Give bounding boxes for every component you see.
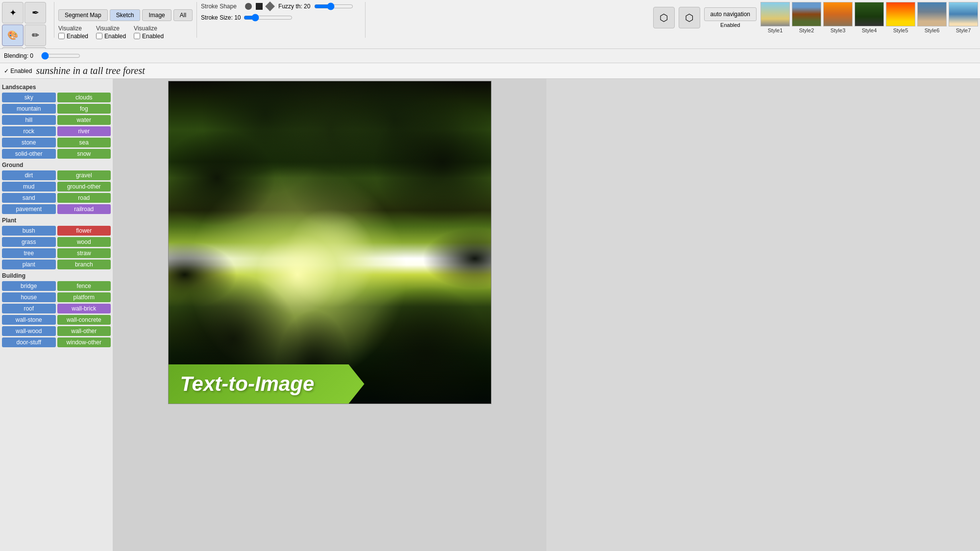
style-item-6[interactable]: Style6: [917, 2, 947, 33]
stroke-controls: Stroke Shape Fuzzy th: 20 Stroke Size: 1…: [201, 2, 353, 47]
label-railroad[interactable]: railroad: [57, 204, 111, 214]
label-plant[interactable]: plant: [2, 260, 56, 269]
label-stone[interactable]: stone: [2, 138, 56, 147]
label-window-other[interactable]: window-other: [57, 337, 111, 347]
nav-cube-2[interactable]: ⬡: [679, 7, 700, 28]
tool-btn-1[interactable]: ✦: [2, 2, 24, 24]
visualize-row: Visualize Enabled Visualize Enabled Visu…: [58, 25, 193, 40]
label-fence[interactable]: fence: [57, 281, 111, 291]
label-ground-other[interactable]: ground-other: [57, 182, 111, 192]
fuzzy-slider[interactable]: [314, 2, 353, 10]
tree-overlay: [169, 81, 491, 404]
enabled-label-1: Enabled: [67, 33, 88, 40]
label-pavement[interactable]: pavement: [2, 204, 56, 214]
enabled-label-2: Enabled: [104, 33, 126, 40]
label-straw[interactable]: straw: [57, 248, 111, 258]
tool-btn-3[interactable]: 🎨: [2, 24, 24, 46]
stroke-size-slider[interactable]: [244, 14, 293, 22]
label-flower[interactable]: flower: [57, 226, 111, 236]
right-panel: [546, 79, 980, 551]
tab-all[interactable]: All: [173, 9, 193, 21]
auto-nav-button[interactable]: auto navigation: [704, 7, 757, 21]
label-road[interactable]: road: [57, 193, 111, 203]
stroke-size-row: Stroke Size: 10: [201, 14, 353, 22]
label-wall-brick[interactable]: wall-brick: [57, 304, 111, 313]
section-plant-title: Plant: [2, 217, 111, 224]
label-water[interactable]: water: [57, 115, 111, 125]
prompt-input[interactable]: [36, 65, 976, 76]
label-branch[interactable]: branch: [57, 260, 111, 269]
label-sand[interactable]: sand: [2, 193, 56, 203]
style-label-3: Style3: [831, 27, 846, 33]
canvas-area: Text-to-Image: [113, 79, 546, 551]
style-label-6: Style6: [925, 27, 940, 33]
enabled-row-3: Enabled: [134, 33, 164, 40]
tool-btn-4[interactable]: ✏: [24, 24, 46, 46]
style-label-5: Style5: [893, 27, 908, 33]
enabled-check-3[interactable]: [134, 33, 140, 39]
label-house[interactable]: house: [2, 292, 56, 302]
label-gravel[interactable]: gravel: [57, 170, 111, 180]
landscapes-grid: sky clouds mountain fog hill water rock …: [2, 93, 111, 159]
style-nav-row: ⬡ ⬡ auto navigation Enabled Style1 Style…: [653, 2, 978, 33]
prompt-enabled-label: ✓ Enabled: [4, 68, 32, 74]
label-wall-stone[interactable]: wall-stone: [2, 315, 56, 325]
style-item-7[interactable]: Style7: [949, 2, 978, 33]
diamond-shape-btn[interactable]: [266, 2, 274, 11]
label-wall-other[interactable]: wall-other: [57, 326, 111, 336]
tool-icons-panel: ✦ ✒ 🎨 ✏ ✨ 🌀 ↺ ↻: [2, 2, 46, 47]
label-mountain[interactable]: mountain: [2, 104, 56, 114]
label-solid-other[interactable]: solid-other: [2, 149, 56, 159]
label-clouds[interactable]: clouds: [57, 93, 111, 102]
main-content: Landscapes sky clouds mountain fog hill …: [0, 79, 980, 551]
tool-btn-2[interactable]: ✒: [24, 2, 46, 24]
label-wood[interactable]: wood: [57, 237, 111, 247]
style-label-4: Style4: [862, 27, 877, 33]
enabled-check-2[interactable]: [96, 33, 102, 39]
enabled-label-3: Enabled: [142, 33, 164, 40]
blending-label: Blending: 0: [4, 52, 33, 59]
style-item-2[interactable]: Style2: [792, 2, 821, 33]
style-item-4[interactable]: Style4: [855, 2, 884, 33]
label-river[interactable]: river: [57, 126, 111, 136]
label-tree[interactable]: tree: [2, 248, 56, 258]
label-hill[interactable]: hill: [2, 115, 56, 125]
label-wall-concrete[interactable]: wall-concrete: [57, 315, 111, 325]
tab-sketch[interactable]: Sketch: [110, 9, 141, 21]
label-sky[interactable]: sky: [2, 93, 56, 102]
label-sea[interactable]: sea: [57, 138, 111, 147]
style-thumb-6: [917, 2, 947, 26]
label-fog[interactable]: fog: [57, 104, 111, 114]
blending-slider[interactable]: [41, 52, 80, 60]
label-wall-wood[interactable]: wall-wood: [2, 326, 56, 336]
style-thumb-1: [760, 2, 790, 26]
stroke-size-label: Stroke Size: 10: [201, 14, 241, 21]
enabled-check-1[interactable]: [58, 33, 65, 39]
top-toolbar: ✦ ✒ 🎨 ✏ ✨ 🌀 ↺ ↻ Segment Map Sketch Image…: [0, 0, 980, 49]
style-label-7: Style7: [956, 27, 971, 33]
label-platform[interactable]: platform: [57, 292, 111, 302]
circle-shape-btn[interactable]: [244, 2, 253, 11]
label-dirt[interactable]: dirt: [2, 170, 56, 180]
shape-icons: [244, 2, 274, 11]
style-item-1[interactable]: Style1: [760, 2, 790, 33]
tab-image[interactable]: Image: [142, 9, 171, 21]
nav-cube-1[interactable]: ⬡: [653, 7, 675, 28]
label-grass[interactable]: grass: [2, 237, 56, 247]
label-bridge[interactable]: bridge: [2, 281, 56, 291]
label-door-stuff[interactable]: door-stuff: [2, 337, 56, 347]
image-canvas[interactable]: Text-to-Image: [168, 81, 491, 404]
style-item-3[interactable]: Style3: [823, 2, 853, 33]
square-shape-btn[interactable]: [255, 2, 264, 11]
label-mud[interactable]: mud: [2, 182, 56, 192]
label-rock[interactable]: rock: [2, 126, 56, 136]
label-bush[interactable]: bush: [2, 226, 56, 236]
label-snow[interactable]: snow: [57, 149, 111, 159]
divider-1: [54, 2, 54, 38]
tab-segment[interactable]: Segment Map: [58, 9, 108, 21]
style-item-5[interactable]: Style5: [886, 2, 915, 33]
vis-item-1: Visualize Enabled: [58, 25, 88, 40]
section-landscapes-title: Landscapes: [2, 84, 111, 91]
label-roof[interactable]: roof: [2, 304, 56, 313]
ground-grid: dirt gravel mud ground-other sand road p…: [2, 170, 111, 214]
